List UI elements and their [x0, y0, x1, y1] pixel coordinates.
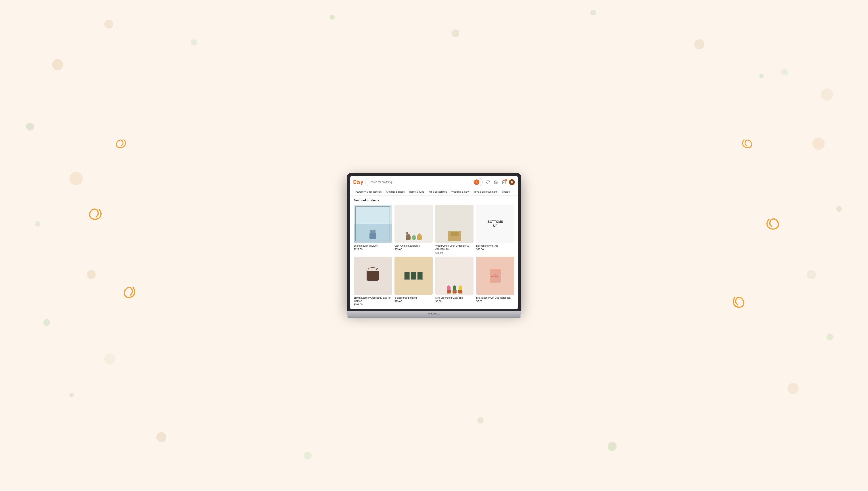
product-image-8: misswashington [476, 257, 514, 295]
clay-frog [412, 235, 416, 240]
site-header: Etsy [350, 176, 518, 188]
swirl-right-mid [763, 216, 781, 237]
nav-item-vintage[interactable]: Vintage [499, 190, 512, 194]
notebook-cover: misswashington [490, 269, 501, 283]
product-price-7: $8.00 [435, 300, 473, 302]
product-card-6[interactable]: 3-piece tree painting $99.00 [395, 257, 433, 306]
main-content: Featured products Scandinavian Wall Art … [350, 196, 518, 309]
painting-1 [404, 272, 410, 280]
nav-item-jewellery[interactable]: Jewellery & accessories [353, 190, 384, 194]
bag-shape [367, 271, 379, 281]
nav-item-toys[interactable]: Toys & entertainment [472, 190, 499, 194]
nav-item-home[interactable]: Home & living [407, 190, 427, 194]
product-image-3 [435, 205, 473, 243]
product-image-5 [354, 257, 392, 295]
frame-decoration [355, 206, 390, 241]
product-price-4: $38.00 [476, 248, 514, 251]
swirl-right-bottom [730, 295, 747, 315]
art-text: BOTTOMSUP [488, 220, 503, 228]
macbook-screen: Etsy [347, 173, 521, 311]
search-bar[interactable] [365, 178, 483, 186]
featured-title: Featured products [354, 199, 514, 202]
product-image-6 [395, 257, 433, 295]
home-icon [494, 180, 498, 184]
product-name-4: Dachshund Wall Art [476, 244, 514, 247]
product-name-7: Mini Crocheted Cacti Trio [435, 296, 473, 299]
browser-content: Etsy [350, 176, 518, 309]
painting-2 [411, 272, 416, 280]
product-name-5: Brown Leather Crossbody Bag for Women [354, 296, 392, 302]
macbook-label: MacBook [428, 312, 440, 315]
search-icon [475, 181, 478, 183]
cactus-2 [453, 285, 457, 293]
swirl-right-top [740, 138, 755, 156]
product-price-5: $109.00 [354, 303, 392, 306]
nav-item-clothing[interactable]: Clothing & shoes [384, 190, 407, 194]
product-card-8[interactable]: misswashington DIY Teacher Gift Duo Note… [476, 257, 514, 306]
product-image-1 [354, 205, 392, 243]
search-button[interactable] [474, 179, 479, 185]
swirl-left-top [113, 138, 128, 156]
painting-3 [417, 272, 423, 280]
product-name-8: DIY Teacher Gift Duo Notebook [476, 296, 514, 299]
svg-point-1 [511, 181, 512, 182]
nav-item-wedding[interactable]: Wedding & party [449, 190, 472, 194]
cart-count-badge: 2 [504, 179, 507, 181]
product-card-5[interactable]: Brown Leather Crossbody Bag for Women $1… [354, 257, 392, 306]
product-image-2 [395, 205, 433, 243]
product-price-1: $129.00 [354, 248, 392, 251]
user-icon [510, 180, 514, 184]
product-card-2[interactable]: Clay Animal Sculptures $39.00 [395, 205, 433, 254]
header-icons: 2 [485, 179, 515, 185]
products-grid: Scandinavian Wall Art $129.00 Clay [354, 205, 514, 306]
product-card-1[interactable]: Scandinavian Wall Art $129.00 [354, 205, 392, 254]
home-button[interactable] [493, 179, 499, 185]
macbook-bottom [347, 316, 521, 318]
heart-icon [486, 180, 490, 184]
product-image-7 [435, 257, 473, 295]
organiser-box [448, 231, 461, 241]
swirl-left-mid [87, 206, 105, 227]
swirl-left-bottom [121, 285, 138, 305]
cactus-3 [458, 285, 462, 293]
wishlist-button[interactable] [485, 179, 491, 185]
clay-cat [417, 233, 422, 240]
macbook-base: MacBook [347, 311, 521, 316]
etsy-logo: Etsy [353, 179, 363, 185]
product-price-6: $99.00 [395, 300, 433, 302]
macbook-device: Etsy [347, 173, 521, 318]
user-avatar[interactable] [509, 179, 515, 185]
product-price-8: $7.00 [476, 300, 514, 302]
product-price-3: $49.00 [435, 251, 473, 254]
cactus-1 [447, 285, 451, 293]
product-price-2: $39.00 [395, 248, 433, 251]
main-nav: Jewellery & accessories Clothing & shoes… [350, 188, 518, 196]
product-name-6: 3-piece tree painting [395, 296, 433, 299]
product-name-1: Scandinavian Wall Art [354, 244, 392, 247]
product-name-2: Clay Animal Sculptures [395, 244, 433, 247]
search-input[interactable] [369, 180, 474, 184]
product-name-3: Wood Office Desk Organiser & Accessories [435, 244, 473, 251]
bag-strap [368, 267, 378, 270]
product-card-7[interactable]: Mini Crocheted Cacti Trio $8.00 [435, 257, 473, 306]
nav-item-art[interactable]: Art & collectibles [426, 190, 449, 194]
product-card-4[interactable]: BOTTOMSUP Dachshund Wall Art $38.00 [476, 205, 514, 254]
clay-dog [406, 234, 410, 240]
product-image-4: BOTTOMSUP [476, 205, 514, 243]
product-card-3[interactable]: Wood Office Desk Organiser & Accessories… [435, 205, 473, 254]
cart-button[interactable]: 2 [501, 179, 507, 185]
